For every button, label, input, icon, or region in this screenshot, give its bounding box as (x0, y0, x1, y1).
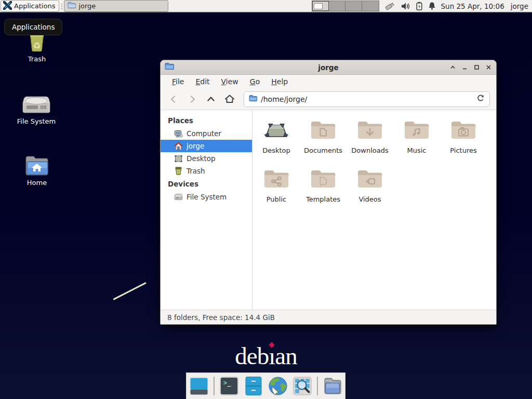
file-item-label: Documents (304, 147, 342, 154)
file-item-label: Music (407, 147, 427, 154)
sidebar-item-computer[interactable]: Computer (161, 127, 252, 140)
back-button[interactable] (165, 91, 182, 108)
menu-file[interactable]: File (167, 76, 189, 87)
file-cabinet-launcher[interactable] (244, 376, 263, 396)
file-item-label: Public (267, 195, 286, 203)
file-item-desktop[interactable]: Desktop (253, 116, 300, 165)
folder-icon (68, 2, 76, 10)
terminal-launcher[interactable]: >_ (219, 376, 239, 396)
file-item-label: Videos (358, 195, 381, 203)
sidebar-item-label: File System (187, 193, 227, 201)
panel-handle[interactable] (59, 0, 64, 12)
file-item-documents[interactable]: Documents (300, 116, 347, 165)
sidebar: Places Computer jorge (161, 110, 252, 310)
sidebar-header-places: Places (161, 114, 252, 127)
dock-separator (317, 377, 318, 395)
file-cabinet-icon (245, 376, 262, 396)
globe-icon (268, 376, 288, 396)
drive-icon (174, 193, 183, 201)
menu-help[interactable]: Help (266, 76, 293, 87)
file-view[interactable]: Desktop Documents (252, 110, 496, 310)
sidebar-item-desktop[interactable]: Desktop (161, 152, 252, 165)
workspace-2[interactable] (329, 1, 345, 11)
toolbar: /home/jorge/ (161, 88, 496, 110)
dock-panel: >_ (186, 373, 345, 399)
debian-wordmark: debıan (0, 342, 532, 370)
workspace-1[interactable] (312, 1, 329, 11)
system-tray (384, 2, 436, 11)
folder-public-icon (263, 165, 290, 194)
desktop-icon-file-system[interactable]: File System (11, 89, 61, 125)
menu-go[interactable]: Go (245, 76, 265, 87)
debian-i-dot: ı (269, 342, 275, 369)
file-item-templates[interactable]: Templates (300, 165, 347, 214)
sidebar-item-label: Computer (187, 129, 221, 138)
folder-documents-icon (310, 116, 337, 145)
file-manager-window: jorge File Edit View Go Help (160, 60, 497, 325)
file-item-music[interactable]: Music (393, 116, 440, 165)
folder-music-icon (403, 116, 430, 145)
statusbar: 8 folders, Free space: 14.4 GiB (161, 310, 496, 324)
desktop-stray-line (113, 282, 147, 300)
hard-drive-icon (22, 89, 51, 115)
workspace-pager[interactable] (312, 1, 379, 11)
app-finder-icon (292, 376, 312, 396)
reload-icon[interactable] (476, 94, 485, 104)
sidebar-item-label: Desktop (187, 154, 216, 163)
menubar: File Edit View Go Help (161, 75, 496, 88)
panel-clock[interactable]: Sun 25 Apr, 10:06 (441, 2, 504, 10)
directory-folder-icon (323, 377, 342, 395)
home-button[interactable] (221, 91, 238, 108)
folder-templates-icon (310, 165, 337, 194)
folder-pictures-icon (450, 116, 477, 145)
sidebar-item-label: jorge (187, 142, 204, 150)
trash-place-icon (174, 167, 183, 175)
notifications-icon[interactable] (428, 2, 436, 10)
file-item-pictures[interactable]: Pictures (440, 116, 487, 165)
file-item-label: Pictures (450, 147, 476, 154)
applications-tooltip: Applications (4, 19, 62, 35)
path-bar[interactable]: /home/jorge/ (244, 91, 490, 107)
battery-icon[interactable] (416, 2, 422, 10)
workspace-3[interactable] (345, 1, 362, 11)
recycle-symbol: ♻ (33, 41, 41, 51)
panel-username[interactable]: jorge (511, 2, 528, 10)
xfce-menu-icon (3, 1, 12, 11)
show-desktop-button[interactable] (189, 376, 209, 396)
taskbar-window-label: jorge (78, 2, 96, 10)
menu-view[interactable]: View (216, 76, 244, 87)
desktop-icon-label: Home (27, 179, 47, 187)
up-button[interactable] (202, 91, 220, 108)
maximize-button[interactable] (473, 64, 480, 71)
file-item-downloads[interactable]: Downloads (347, 116, 393, 165)
applications-menu-label: Applications (14, 2, 55, 10)
menu-edit[interactable]: Edit (190, 76, 215, 87)
dock-separator (214, 377, 215, 395)
forward-button[interactable] (183, 91, 201, 108)
file-item-label: Desktop (262, 147, 290, 154)
file-item-public[interactable]: Public (253, 165, 300, 214)
desktop-trapezoid-icon (262, 116, 290, 145)
desktop-place-icon (174, 155, 183, 163)
shade-button[interactable] (449, 64, 456, 71)
sidebar-item-jorge[interactable]: jorge (161, 140, 252, 152)
web-browser-launcher[interactable] (268, 376, 288, 396)
applications-menu-button[interactable]: Applications (1, 0, 59, 12)
minimize-button[interactable] (461, 64, 468, 71)
window-title: jorge (161, 63, 496, 72)
volume-icon[interactable] (401, 2, 410, 10)
directory-menu-launcher[interactable] (323, 376, 342, 396)
sidebar-item-trash[interactable]: Trash (161, 165, 252, 177)
close-button[interactable] (485, 64, 492, 71)
titlebar[interactable]: jorge (161, 60, 496, 75)
desktop-icon-home[interactable]: Home (12, 151, 62, 187)
removable-media-icon[interactable] (384, 2, 395, 11)
file-item-videos[interactable]: Videos (347, 165, 393, 214)
sidebar-item-file-system[interactable]: File System (161, 191, 252, 203)
app-finder-launcher[interactable] (292, 376, 312, 396)
desktop-icon-label: Trash (28, 55, 46, 63)
file-item-label: Downloads (351, 147, 388, 154)
path-text[interactable]: /home/jorge/ (261, 95, 473, 103)
taskbar-window-button[interactable]: jorge (64, 0, 168, 12)
workspace-4[interactable] (362, 1, 379, 11)
